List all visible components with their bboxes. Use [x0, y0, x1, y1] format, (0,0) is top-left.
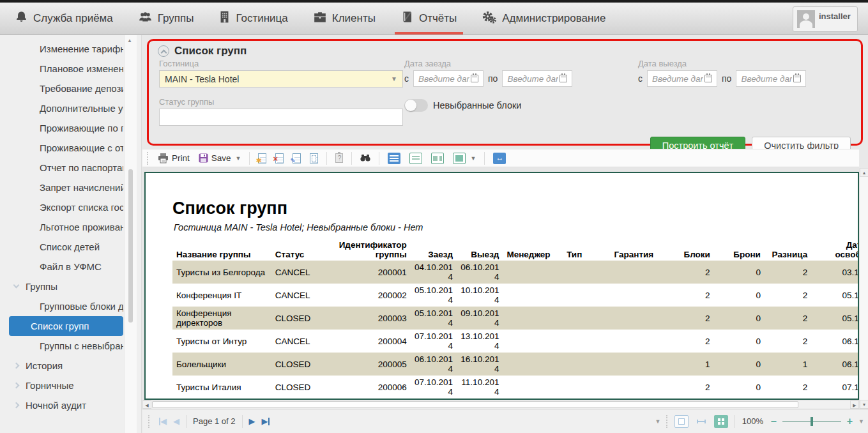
calendar-icon[interactable]: [793, 75, 801, 82]
zoom-slider[interactable]: [782, 417, 841, 426]
main-nav: Служба приёмаГруппыГостиницаКлиентыОтчёт…: [11, 3, 627, 34]
report-title: Список групп: [172, 199, 858, 218]
arrival-from-input[interactable]: [418, 74, 469, 84]
horizontal-scroll-thumb[interactable]: [152, 401, 798, 408]
cell-departure: 10.10.2014: [457, 284, 503, 307]
fit-width-button[interactable]: ↔: [491, 151, 508, 165]
nav-tab-users[interactable]: Группы: [135, 3, 198, 34]
print-button[interactable]: Print: [155, 152, 192, 165]
nav-tab-bell[interactable]: Служба приёма: [11, 3, 117, 34]
sidebar-item[interactable]: Дополнительные услу...: [9, 98, 123, 118]
from-label: с: [404, 73, 409, 84]
new-page-button[interactable]: ✱: [255, 152, 269, 165]
scroll-down-icon[interactable]: ▼: [860, 400, 868, 409]
chevron-right-icon: [13, 383, 20, 389]
sidebar-item[interactable]: Проживающие по пе...: [9, 118, 123, 138]
sidebar-item[interactable]: Проживающие с откл...: [9, 138, 123, 158]
zoom-slider-thumb[interactable]: [811, 417, 813, 426]
sidebar-item[interactable]: Групповые блоки дет...: [9, 296, 123, 316]
edit-page-button[interactable]: ✎: [290, 152, 303, 165]
single-page-mode-button[interactable]: [674, 415, 689, 428]
cell-difference: 2: [765, 284, 811, 307]
zoom-toolbar-grip[interactable]: [666, 415, 669, 428]
zoom-in-button[interactable]: +: [847, 416, 853, 427]
cell-arrival: 07.10.2014: [411, 376, 457, 399]
sidebar-item[interactable]: Отчет по паспортам: [9, 158, 123, 178]
two-page-view-icon: [431, 153, 444, 164]
sidebar-item[interactable]: Ночной аудит: [9, 395, 123, 415]
prev-page-button[interactable]: ◀: [173, 416, 179, 426]
delete-page-button[interactable]: ×: [273, 152, 286, 165]
sidebar-item[interactable]: История: [9, 356, 123, 376]
two-page-view-button[interactable]: [429, 151, 446, 165]
cell-arrival: 07.10.2014: [411, 330, 457, 353]
grid-mode-button[interactable]: [714, 415, 728, 428]
sidebar-item[interactable]: Горничные: [9, 376, 123, 395]
fit-width-mode-button[interactable]: [694, 415, 708, 428]
hotel-select[interactable]: MAIN - Tesla Hotel ▼: [159, 70, 403, 87]
group-status-input[interactable]: [159, 109, 403, 126]
multi-page-view-button[interactable]: ▼: [450, 151, 478, 165]
cell-type: [563, 353, 610, 376]
next-page-button[interactable]: ▶: [249, 416, 255, 426]
unselected-blocks-toggle[interactable]: [404, 99, 428, 112]
sidebar-item[interactable]: Запрет начислений: [9, 178, 123, 197]
overflow-caret-icon[interactable]: ▼: [655, 418, 660, 425]
find-button[interactable]: [358, 153, 373, 163]
nav-tab-building[interactable]: Гостиница: [215, 3, 291, 34]
overflow-caret-icon[interactable]: ▼: [858, 418, 864, 425]
continuous-view-button[interactable]: [407, 151, 425, 165]
cell-release: 06.10.: [811, 330, 859, 353]
zoom-out-button[interactable]: −: [770, 416, 776, 427]
single-page-view-icon: [388, 153, 400, 164]
arrival-from-datebox: [413, 70, 483, 87]
sidebar-item[interactable]: Требование депозита: [9, 79, 123, 98]
sidebar-item[interactable]: Плановое изменение...: [9, 59, 123, 79]
vertical-scrollbar[interactable]: ▲ ▼: [859, 168, 868, 409]
cell-status: CANCEL: [271, 330, 334, 353]
clipboard-button[interactable]: ?: [333, 152, 346, 164]
scroll-left-icon[interactable]: ◀: [142, 400, 151, 409]
calendar-icon[interactable]: [471, 75, 478, 82]
column-header-arrival: Заезд: [411, 239, 457, 261]
first-page-button[interactable]: ◀: [159, 416, 167, 426]
column-header-type: Тип: [563, 239, 610, 261]
sidebar-item-label: Групповые блоки дет...: [40, 301, 123, 312]
sidebar-item[interactable]: Экспорт списка гостей: [9, 197, 123, 217]
nav-tab-briefcase[interactable]: Клиенты: [310, 3, 379, 34]
group-status-label: Статус группы: [159, 97, 403, 107]
single-page-view-button[interactable]: [385, 151, 403, 165]
report-filter-panel: Список групп Гостиница MAIN - Tesla Hote…: [147, 39, 863, 146]
sidebar-scrollbar[interactable]: ▲: [124, 35, 137, 433]
status-bar: ◀ ◀ Page 1 of 2 ▶ ▶ ▼ 100% − + ▼: [142, 409, 868, 433]
sidebar-item[interactable]: Список групп: [9, 316, 123, 336]
scroll-up-icon[interactable]: ▲: [127, 38, 132, 43]
user-menu[interactable]: installer: [793, 6, 858, 32]
cell-departure: 11.10.2014: [457, 376, 503, 399]
departure-from-input[interactable]: [652, 74, 703, 84]
sidebar-item[interactable]: Изменение тарифног...: [9, 39, 123, 59]
sidebar-item[interactable]: Группы: [9, 277, 123, 296]
nav-tab-gears[interactable]: Администрирование: [478, 3, 609, 34]
save-button[interactable]: Save ▼: [196, 152, 244, 164]
chevron-right-icon: [13, 363, 20, 369]
sidebar-item[interactable]: Группы с невыбранн...: [9, 336, 123, 356]
horizontal-scrollbar[interactable]: ◀ ▶: [142, 400, 859, 409]
nav-tab-book[interactable]: Отчёты: [397, 3, 461, 34]
calendar-icon[interactable]: [560, 75, 567, 82]
sidebar-item[interactable]: Список детей: [9, 237, 123, 257]
departure-to-input[interactable]: [741, 74, 792, 84]
calendar-icon[interactable]: [704, 75, 712, 82]
sidebar-scroll-thumb[interactable]: [128, 169, 133, 323]
sidebar-item[interactable]: Льготное проживание: [9, 217, 123, 237]
page-setup-button[interactable]: [307, 152, 321, 165]
sidebar-item[interactable]: Файл в УФМС: [9, 257, 123, 277]
last-page-button[interactable]: ▶: [262, 416, 270, 426]
column-header-group_id: Идентификатор группы: [334, 239, 411, 261]
arrival-to-input[interactable]: [507, 74, 558, 84]
collapse-panel-icon[interactable]: [158, 45, 169, 57]
scroll-right-icon[interactable]: ▶: [850, 400, 859, 409]
statusbar-grip[interactable]: [148, 415, 151, 428]
scroll-up-icon[interactable]: ▲: [860, 168, 868, 177]
toolbar-grip[interactable]: [147, 152, 149, 165]
